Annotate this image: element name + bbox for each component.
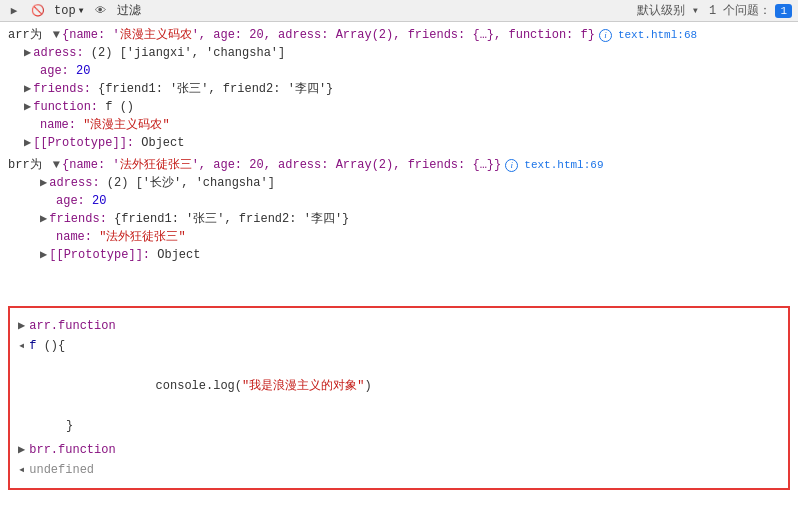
brr-summary: {name: '法外狂徒张三', age: 20, adress: Array(…: [62, 156, 501, 174]
arr-proto-line: ▶ [[Prototype]]: Object: [8, 134, 790, 152]
brr-name-val: "法外狂徒张三": [99, 228, 185, 246]
arr-function-line: ▶ function: f (): [8, 98, 790, 116]
context-label: top: [54, 4, 76, 18]
arr-summary: {name: '浪漫主义码农', age: 20, adress: Array(…: [62, 26, 595, 44]
arr-adress-line: ▶ adress: (2) ['jiangxi', 'changsha']: [8, 44, 790, 62]
arr-collapse-arrow[interactable]: ▼: [53, 26, 60, 44]
brr-friends-line: ▶ friends: {friend1: '张三', friend2: '李四'…: [8, 210, 790, 228]
brr-info-icon[interactable]: i: [505, 159, 518, 172]
arr-adress-expand[interactable]: ▶: [24, 44, 31, 62]
console-back-arrow: ◂: [18, 336, 25, 356]
object-tree-area: arr为 ▼ {name: '浪漫主义码农', age: 20, adress:…: [0, 22, 798, 302]
arr-function-val: f (): [105, 98, 134, 116]
brr-age-line: age: 20: [8, 192, 790, 210]
brr-adress-line: ▶ adress: (2) ['长沙', 'changsha']: [8, 174, 790, 192]
brr-header-line: brr为 ▼ {name: '法外狂徒张三', age: 20, adress:…: [8, 156, 790, 174]
brr-adress-val: (2) ['长沙', 'changsha']: [107, 174, 275, 192]
arr-source-link[interactable]: text.html:68: [618, 26, 697, 44]
console-undefined-arrow: ◂: [18, 460, 25, 480]
filter-label[interactable]: 过滤: [117, 2, 141, 19]
console-content: arr为 ▼ {name: '浪漫主义码农', age: 20, adress:…: [0, 22, 798, 524]
brr-proto-expand[interactable]: ▶: [40, 246, 47, 264]
brr-proto-line: ▶ [[Prototype]]: Object: [8, 246, 790, 264]
arr-age-val: 20: [76, 62, 90, 80]
console-arr-function-label: arr.function: [29, 316, 115, 336]
toolbar-right: 默认级别 ▾ 1 个问题： 1: [637, 2, 792, 19]
arr-adress-val: (2) ['jiangxi', 'changsha']: [91, 44, 285, 62]
console-func-close: }: [66, 416, 73, 436]
chevron-down-icon: ▾: [78, 3, 85, 18]
arr-friends-expand[interactable]: ▶: [24, 80, 31, 98]
brr-collapse-arrow[interactable]: ▼: [53, 156, 60, 174]
default-level-dropdown[interactable]: 默认级别 ▾: [637, 2, 699, 19]
brr-var-label: brr为: [8, 156, 49, 174]
arr-age-line: age: 20: [8, 62, 790, 80]
arr-var-label: arr为: [8, 26, 49, 44]
issue-badge: 1 个问题： 1: [709, 2, 792, 19]
console-undefined-val: undefined: [29, 460, 94, 480]
arr-friends-line: ▶ friends: {friend1: '张三', friend2: '李四'…: [8, 80, 790, 98]
brr-adress-expand[interactable]: ▶: [40, 174, 47, 192]
console-log-line: console.log("我是浪漫主义的对象"): [18, 356, 780, 416]
arr-proto-val: Object: [141, 134, 184, 152]
play-icon[interactable]: ▶: [6, 3, 22, 19]
console-brr-function-line: ▶ brr.function: [18, 440, 780, 460]
console-arr-function-line: ▶ arr.function: [18, 316, 780, 336]
console-output-area: ▶ arr.function ◂ f (){ console.log("我是浪漫…: [8, 306, 790, 490]
arr-info-icon[interactable]: i: [599, 29, 612, 42]
console-func-close-line: }: [18, 416, 780, 436]
brr-source-link[interactable]: text.html:69: [524, 156, 603, 174]
brr-proto-val: Object: [157, 246, 200, 264]
issue-count[interactable]: 1: [775, 4, 792, 18]
brr-name-line: name: "法外狂徒张三": [8, 228, 790, 246]
brr-age-val: 20: [92, 192, 106, 210]
arr-name-line: name: "浪漫主义码农": [8, 116, 790, 134]
console-undefined-line: ◂ undefined: [18, 460, 780, 480]
arr-function-expand[interactable]: ▶: [24, 98, 31, 116]
brr-friends-expand[interactable]: ▶: [40, 210, 47, 228]
eye-icon[interactable]: 👁: [93, 3, 109, 19]
arr-proto-expand[interactable]: ▶: [24, 134, 31, 152]
ban-icon[interactable]: 🚫: [30, 3, 46, 19]
brr-friends-val: {friend1: '张三', friend2: '李四'}: [114, 210, 349, 228]
devtools-toolbar: ▶ 🚫 top ▾ 👁 过滤 默认级别 ▾ 1 个问题： 1: [0, 0, 798, 22]
context-selector[interactable]: top ▾: [54, 3, 85, 18]
console-brr-function-label: brr.function: [29, 440, 115, 460]
console-brr-expand[interactable]: ▶: [18, 440, 25, 460]
arr-friends-val: {friend1: '张三', friend2: '李四'}: [98, 80, 333, 98]
arr-name-val: "浪漫主义码农": [83, 116, 169, 134]
arr-header-line: arr为 ▼ {name: '浪漫主义码农', age: 20, adress:…: [8, 26, 790, 44]
console-func-decl-line: ◂ f (){: [18, 336, 780, 356]
console-arr-expand[interactable]: ▶: [18, 316, 25, 336]
